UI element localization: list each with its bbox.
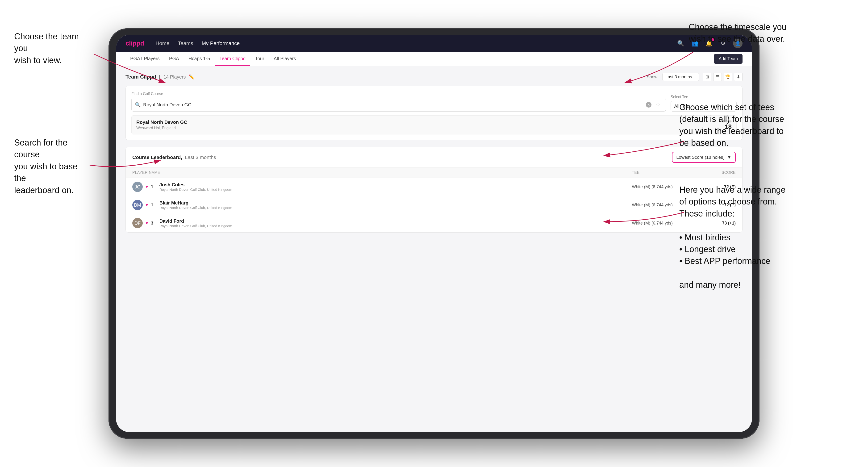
- table-row: JC ♥ 1 Josh Coles Royal North Devon Golf…: [126, 178, 742, 196]
- table-row: DF ♥ 3 David Ford Royal North Devon Golf…: [126, 214, 742, 232]
- score-type-chevron: ▼: [727, 155, 732, 160]
- player-club-2: Royal North Devon Golf Club, United King…: [159, 206, 232, 210]
- course-result-name: Royal North Devon GC: [136, 120, 187, 125]
- player-name-2: Blair McHarg: [159, 200, 232, 206]
- player-details-3: David Ford Royal North Devon Golf Club, …: [159, 218, 232, 228]
- player-name-1: Josh Coles: [159, 182, 232, 187]
- find-course-label: Find a Golf Course: [131, 92, 666, 96]
- player-club-3: Royal North Devon Golf Club, United King…: [159, 224, 232, 228]
- sub-nav-team-clippd[interactable]: Team Clippd: [215, 52, 250, 66]
- sub-nav: PGAT Players PGA Hcaps 1-5 Team Clippd T…: [116, 52, 752, 66]
- course-search-value: Royal North Devon GC: [143, 102, 644, 107]
- list-view-button[interactable]: ☰: [713, 73, 722, 81]
- sub-nav-all-players[interactable]: All Players: [269, 52, 301, 66]
- table-body: JC ♥ 1 Josh Coles Royal North Devon Golf…: [126, 178, 742, 232]
- select-tee-label: Select Tee: [671, 95, 737, 99]
- table-row: BM ♥ 1 Blair McHarg Royal North Devon Go…: [126, 196, 742, 214]
- add-team-button[interactable]: Add Team: [714, 54, 743, 64]
- leaderboard-header: Course Leaderboard, Last 3 months Lowest…: [126, 147, 742, 168]
- score-type-dropdown[interactable]: Lowest Score (18 holes) ▼: [672, 152, 736, 163]
- heart-icon-2[interactable]: ♥: [146, 203, 148, 208]
- table-head: PLAYER NAME TEE SCORE: [126, 168, 742, 178]
- tablet-screen: clippd Home Teams My Performance 🔍 👥 🔔 ⚙…: [116, 35, 752, 432]
- player-name-3: David Ford: [159, 218, 232, 224]
- sub-nav-pga[interactable]: PGA: [164, 52, 184, 66]
- annotation-top-left: Choose the team youwish to view.: [14, 31, 90, 66]
- col-tee: TEE: [632, 170, 703, 175]
- main-content: Team Clippd | 14 Players ✏️ Show: Last 3…: [116, 66, 752, 432]
- sub-nav-pgat-players[interactable]: PGAT Players: [125, 52, 164, 66]
- nav-my-performance[interactable]: My Performance: [202, 40, 240, 46]
- heart-icon-3[interactable]: ♥: [146, 221, 148, 226]
- nav-teams[interactable]: Teams: [178, 40, 193, 46]
- annotation-mid-right-options: Here you have a wide rangeof options to …: [679, 184, 785, 291]
- player-avatar-2: BM: [132, 200, 143, 210]
- show-select[interactable]: Last 3 months Last month Last 6 months L…: [662, 73, 699, 81]
- app-logo: clippd: [125, 40, 144, 47]
- trophy-view-button[interactable]: 🏆: [724, 73, 732, 81]
- col-player-name: PLAYER NAME: [132, 170, 632, 175]
- show-label: Show:: [647, 74, 658, 80]
- heart-icon-1[interactable]: ♥: [146, 184, 148, 189]
- leaderboard-section: Course Leaderboard, Last 3 months Lowest…: [125, 147, 743, 232]
- search-icon[interactable]: 🔍: [677, 39, 685, 48]
- sub-nav-hcaps[interactable]: Hcaps 1-5: [184, 52, 215, 66]
- search-star-icon[interactable]: ☆: [654, 100, 662, 109]
- view-icons: ⊞ ☰ 🏆 ⬇: [703, 73, 743, 81]
- leaderboard-table: PLAYER NAME TEE SCORE JC ♥: [126, 168, 742, 232]
- annotation-mid-right-tee: Choose which set of tees(default is all)…: [679, 101, 784, 149]
- leaderboard-title: Course Leaderboard, Last 3 months: [132, 154, 216, 160]
- course-result: Royal North Devon GC Westward Hol, Engla…: [131, 115, 737, 134]
- player-cell-3: DF ♥ 3 David Ford Royal North Devon Golf…: [132, 218, 632, 228]
- player-details-1: Josh Coles Royal North Devon Golf Club, …: [159, 182, 232, 191]
- course-search-section: Find a Golf Course 🔍 Royal North Devon G…: [125, 86, 743, 140]
- tablet-device: clippd Home Teams My Performance 🔍 👥 🔔 ⚙…: [108, 28, 760, 439]
- rank-2: 1: [151, 203, 157, 208]
- app-container: clippd Home Teams My Performance 🔍 👥 🔔 ⚙…: [116, 35, 752, 432]
- annotation-mid-left: Search for the courseyou wish to base th…: [14, 137, 90, 196]
- player-avatar-1: JC: [132, 182, 143, 192]
- team-header: Team Clippd | 14 Players ✏️ Show: Last 3…: [125, 73, 743, 81]
- player-club-1: Royal North Devon Golf Club, United King…: [159, 187, 232, 191]
- player-avatar-3: DF: [132, 218, 143, 228]
- nav-home[interactable]: Home: [155, 40, 169, 46]
- col-score: SCORE: [703, 170, 736, 175]
- sub-nav-tour[interactable]: Tour: [250, 52, 269, 66]
- player-cell-1: JC ♥ 1 Josh Coles Royal North Devon Golf…: [132, 182, 632, 192]
- course-result-info: Royal North Devon GC Westward Hol, Engla…: [136, 120, 187, 130]
- nav-links: Home Teams My Performance: [155, 40, 240, 46]
- team-title: Team Clippd | 14 Players ✏️: [125, 74, 195, 80]
- download-button[interactable]: ⬇: [734, 73, 743, 81]
- team-name-label: Team Clippd | 14 Players: [125, 74, 186, 80]
- search-group: Find a Golf Course 🔍 Royal North Devon G…: [131, 92, 666, 112]
- rank-1: 1: [151, 184, 157, 189]
- search-row: Find a Golf Course 🔍 Royal North Devon G…: [131, 92, 737, 112]
- course-search-input-wrapper[interactable]: 🔍 Royal North Devon GC ✕ ☆: [131, 98, 666, 112]
- player-details-2: Blair McHarg Royal North Devon Golf Club…: [159, 200, 232, 210]
- annotation-top-right: Choose the timescale youwish to see the …: [689, 21, 786, 45]
- team-edit-icon[interactable]: ✏️: [189, 74, 195, 80]
- team-controls: Show: Last 3 months Last month Last 6 mo…: [647, 73, 743, 81]
- search-clear-button[interactable]: ✕: [646, 102, 651, 107]
- table-head-row: PLAYER NAME TEE SCORE: [126, 168, 742, 178]
- top-nav: clippd Home Teams My Performance 🔍 👥 🔔 ⚙…: [116, 35, 752, 52]
- player-cell-2: BM ♥ 1 Blair McHarg Royal North Devon Go…: [132, 200, 632, 210]
- course-result-location: Westward Hol, England: [136, 126, 187, 130]
- search-inner-icon: 🔍: [135, 102, 141, 107]
- rank-3: 3: [151, 221, 157, 226]
- grid-view-button[interactable]: ⊞: [703, 73, 711, 81]
